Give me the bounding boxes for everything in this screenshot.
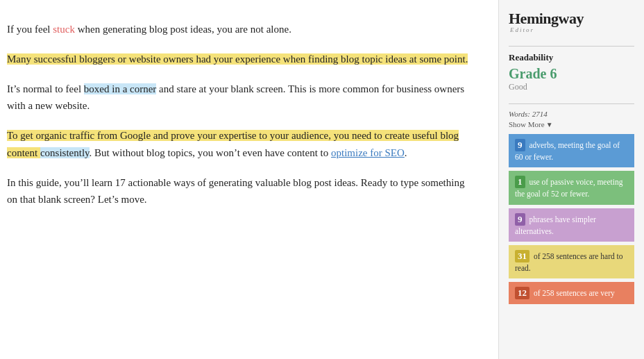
stat-hard-sentences: 31 of 258 sentences are hard to read. [509, 245, 634, 278]
grade-desc: Good [509, 82, 634, 92]
app-subtitle: Editor [510, 26, 634, 33]
stat-phrases-num: 9 [515, 213, 525, 226]
stat-passive: 1 use of passive voice, meeting the goal… [509, 171, 634, 204]
stat-adverbs-num: 9 [515, 139, 525, 151]
divider-2 [509, 103, 634, 104]
stat-adverbs: 9 adverbs, meeting the goal of 60 or few… [509, 134, 634, 167]
words-label: Words: [509, 110, 530, 118]
paragraph-2: Many successful bloggers or website owne… [7, 51, 477, 68]
highlight-consistently: consistently [40, 147, 90, 158]
words-stats: Words: 2714 [509, 110, 634, 118]
stat-passive-num: 1 [515, 176, 525, 188]
sidebar: Hemingway Editor Readability Grade 6 Goo… [498, 0, 644, 359]
stat-phrases: 9 phrases have simpler alternatives. [509, 208, 634, 242]
paragraph-1: If you feel stuck when generating blog p… [7, 21, 477, 38]
show-more-label: Show More [509, 120, 545, 128]
show-more-arrow-icon: ▼ [546, 121, 553, 128]
words-count: 2714 [532, 110, 548, 118]
paragraph-5: In this guide, you’ll learn 17 actionabl… [7, 174, 477, 209]
link-optimize-seo[interactable]: optimize for SEO [331, 147, 405, 158]
main-content: If you feel stuck when generating blog p… [0, 0, 498, 359]
divider-1 [509, 46, 634, 47]
stat-very-hard-num: 12 [515, 287, 529, 299]
grade-value: Grade 6 [509, 66, 634, 82]
stat-hard-text: of 258 sentences are hard to read. [515, 252, 623, 272]
app-title: Hemingway [509, 10, 634, 28]
highlight-boxed: boxed in a corner [84, 83, 157, 94]
highlight-stuck: stuck [53, 24, 75, 35]
paragraph-3: It’s normal to feel boxed in a corner an… [7, 81, 477, 115]
highlight-bloggers: Many successful bloggers or website owne… [7, 53, 468, 65]
stat-very-hard: 12 of 258 sentences are very [509, 282, 634, 304]
stat-passive-text: use of passive voice, meeting the goal o… [515, 178, 622, 198]
stat-very-hard-text: of 258 sentences are very [534, 289, 615, 297]
show-more-button[interactable]: Show More ▼ [509, 120, 634, 128]
stat-hard-num: 31 [515, 250, 529, 262]
paragraph-4: To get organic traffic from Google and p… [7, 127, 477, 162]
app-header: Hemingway Editor [509, 10, 634, 33]
readability-label: Readability [509, 52, 634, 63]
stat-adverbs-text: adverbs, meeting the goal of 60 or fewer… [515, 141, 620, 161]
stat-phrases-text: phrases have simpler alternatives. [515, 215, 596, 235]
